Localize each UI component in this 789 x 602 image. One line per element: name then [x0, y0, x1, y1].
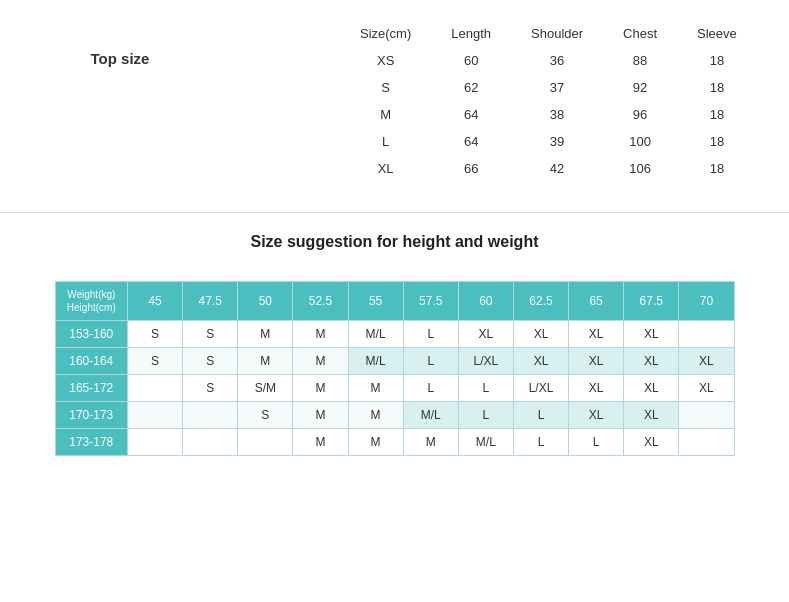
- suggestion-table-wrapper: Weight(kg)Height(cm)4547.55052.55557.560…: [0, 281, 789, 456]
- table-cell: XL: [624, 375, 679, 402]
- table-cell: 37: [511, 74, 603, 101]
- table-row: 170-173SMMM/LLLXLXL: [55, 402, 734, 429]
- height-cell: 153-160: [55, 321, 128, 348]
- table-cell: [183, 402, 238, 429]
- table-cell: M/L: [458, 429, 513, 456]
- table-row: 153-160SSMMM/LLXLXLXLXL: [55, 321, 734, 348]
- top-size-col-header: Length: [431, 20, 511, 47]
- top-size-label: Top size: [20, 20, 220, 67]
- table-cell: S: [183, 348, 238, 375]
- table-row: 165-172SS/MMMLLL/XLXLXLXL: [55, 375, 734, 402]
- table-cell: S: [183, 321, 238, 348]
- height-cell: 173-178: [55, 429, 128, 456]
- height-cell: 170-173: [55, 402, 128, 429]
- table-cell: 18: [677, 155, 757, 182]
- height-cell: 165-172: [55, 375, 128, 402]
- table-cell: 18: [677, 101, 757, 128]
- table-cell: 64: [431, 101, 511, 128]
- table-cell: XL: [569, 321, 624, 348]
- table-cell: 42: [511, 155, 603, 182]
- table-cell: 18: [677, 47, 757, 74]
- weight-header: 67.5: [624, 282, 679, 321]
- table-cell: L: [513, 429, 568, 456]
- table-cell: S: [128, 348, 183, 375]
- table-row: L643910018: [340, 128, 757, 155]
- table-row: M64389618: [340, 101, 757, 128]
- table-cell: L: [403, 375, 458, 402]
- table-cell: S: [128, 321, 183, 348]
- table-cell: L: [340, 128, 431, 155]
- table-cell: M: [293, 321, 348, 348]
- weight-header: 65: [569, 282, 624, 321]
- table-cell: XL: [340, 155, 431, 182]
- table-cell: 60: [431, 47, 511, 74]
- table-cell: 92: [603, 74, 677, 101]
- table-cell: 38: [511, 101, 603, 128]
- table-row: XL664210618: [340, 155, 757, 182]
- table-cell: 18: [677, 128, 757, 155]
- weight-header: 47.5: [183, 282, 238, 321]
- table-cell: 18: [677, 74, 757, 101]
- weight-header: 70: [679, 282, 734, 321]
- table-cell: M: [293, 429, 348, 456]
- table-cell: XL: [513, 348, 568, 375]
- table-cell: M: [293, 348, 348, 375]
- weight-header: 50: [238, 282, 293, 321]
- table-cell: 106: [603, 155, 677, 182]
- table-cell: L: [569, 429, 624, 456]
- top-size-table: Size(cm)LengthShoulderChestSleeve XS6036…: [340, 20, 757, 182]
- table-cell: XL: [679, 375, 734, 402]
- table-row: 173-178MMMM/LLLXL: [55, 429, 734, 456]
- table-cell: L: [458, 375, 513, 402]
- table-cell: L: [458, 402, 513, 429]
- table-cell: [128, 402, 183, 429]
- table-cell: L: [513, 402, 568, 429]
- suggestion-section: Size suggestion for height and weight: [0, 213, 789, 281]
- top-size-header-row: Size(cm)LengthShoulderChestSleeve: [340, 20, 757, 47]
- top-size-col-header: Chest: [603, 20, 677, 47]
- table-cell: S/M: [238, 375, 293, 402]
- table-cell: [679, 402, 734, 429]
- table-cell: S: [238, 402, 293, 429]
- weight-header: 52.5: [293, 282, 348, 321]
- table-cell: XS: [340, 47, 431, 74]
- table-cell: 88: [603, 47, 677, 74]
- table-cell: S: [340, 74, 431, 101]
- table-cell: XL: [569, 375, 624, 402]
- suggestion-header-row: Weight(kg)Height(cm)4547.55052.55557.560…: [55, 282, 734, 321]
- table-cell: M: [238, 321, 293, 348]
- top-size-section: Top size Size(cm)LengthShoulderChestSlee…: [0, 0, 789, 213]
- table-cell: XL: [624, 429, 679, 456]
- table-cell: XL: [624, 348, 679, 375]
- table-cell: L/XL: [513, 375, 568, 402]
- table-cell: 36: [511, 47, 603, 74]
- table-cell: 62: [431, 74, 511, 101]
- table-row: S62379218: [340, 74, 757, 101]
- weight-header: 57.5: [403, 282, 458, 321]
- top-size-container: Top size Size(cm)LengthShoulderChestSlee…: [20, 10, 769, 192]
- table-cell: [679, 321, 734, 348]
- table-cell: [128, 429, 183, 456]
- table-cell: M: [340, 101, 431, 128]
- weight-header: 60: [458, 282, 513, 321]
- table-cell: M: [348, 375, 403, 402]
- table-cell: L: [403, 348, 458, 375]
- table-cell: [679, 429, 734, 456]
- weight-header: 55: [348, 282, 403, 321]
- table-cell: 66: [431, 155, 511, 182]
- suggestion-title: Size suggestion for height and weight: [20, 233, 769, 251]
- height-cell: 160-164: [55, 348, 128, 375]
- table-row: 160-164SSMMM/LLL/XLXLXLXLXL: [55, 348, 734, 375]
- table-cell: M: [348, 402, 403, 429]
- table-cell: XL: [569, 402, 624, 429]
- table-cell: M: [403, 429, 458, 456]
- table-cell: L/XL: [458, 348, 513, 375]
- table-cell: 64: [431, 128, 511, 155]
- table-cell: M: [293, 375, 348, 402]
- table-cell: [238, 429, 293, 456]
- top-size-col-header: Sleeve: [677, 20, 757, 47]
- table-cell: XL: [458, 321, 513, 348]
- table-cell: M: [293, 402, 348, 429]
- table-cell: XL: [569, 348, 624, 375]
- table-cell: [128, 375, 183, 402]
